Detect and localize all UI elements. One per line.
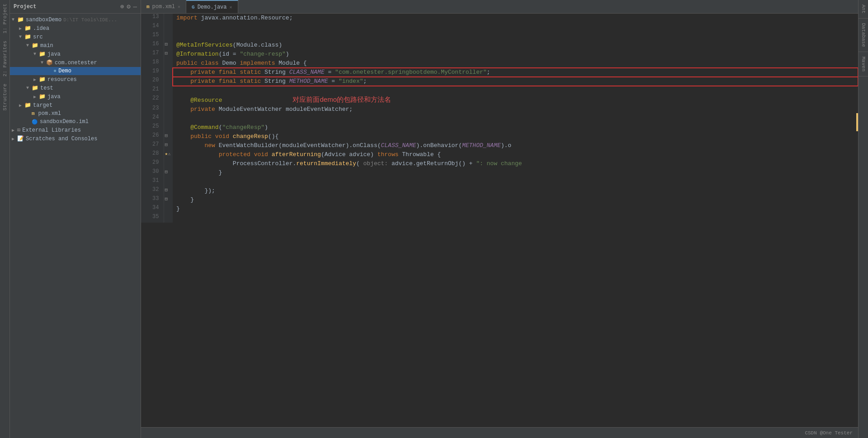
tree-label: External Libraries (22, 127, 81, 133)
database-tab[interactable]: Database (859, 19, 868, 52)
tree-item-test[interactable]: ▼ 📁 test (10, 84, 141, 92)
line-gutter (164, 14, 173, 23)
token-plain: Module { (278, 60, 307, 67)
token-plain: EventWatchBuilder(moduleEventWatcher).on… (219, 142, 381, 149)
tree-item-resources[interactable]: ▶ 📁 resources (10, 75, 141, 84)
line-number: 23 (141, 105, 164, 114)
line-gutter (164, 95, 173, 105)
token-kw: private (190, 106, 218, 113)
token-plain: ).o (501, 142, 511, 149)
fold-icon[interactable]: ⊟ (165, 42, 168, 47)
token-plain (176, 124, 190, 131)
code-line-22: 22 @Resource 对应前面demo的包路径和方法名 (141, 95, 858, 105)
tree-label: pom.xml (38, 110, 61, 117)
line-code: @Information(id = "change-resp") (173, 50, 858, 59)
token-plain: String (264, 69, 289, 76)
tab-label: Demo.java (198, 4, 227, 10)
tree-item-iml[interactable]: 🔵 sandboxDemo.iml (10, 118, 141, 126)
line-number: 32 (141, 186, 164, 195)
token-kw: final (219, 69, 240, 76)
folder-icon: 📁 (24, 102, 31, 109)
fold-icon[interactable]: ⊟ (165, 196, 168, 202)
token-kw: void (254, 151, 272, 158)
tree-item-main[interactable]: ▼ 📁 main (10, 41, 141, 50)
tab-pom[interactable]: m pom.xml ✕ (141, 0, 186, 13)
line-gutter (164, 177, 173, 186)
tree-item-src[interactable]: ▼ 📁 src (10, 33, 141, 41)
line-code: @Resource 对应前面demo的包路径和方法名 (173, 95, 858, 105)
sidebar-header: Project ⊕ ⚙ — (10, 0, 141, 14)
token-ann: @Resource (190, 97, 222, 104)
code-line-13: 13import javax.annotation.Resource; (141, 14, 858, 23)
code-line-19: 19 private final static String CLASS_NAM… (141, 68, 858, 77)
tree-item-pomxml[interactable]: m pom.xml (10, 110, 141, 118)
settings-icon[interactable]: ⚙ (127, 3, 130, 10)
tree-item-external-libs[interactable]: ▶ ⊞ External Libraries (10, 126, 141, 134)
demo-icon: G (192, 5, 195, 10)
tree-label: test (40, 85, 53, 91)
tree-item-demo[interactable]: ▶ ● Demo (10, 67, 141, 75)
tree-item-package[interactable]: ▼ 📦 com.onetester (10, 58, 141, 67)
line-code: private final static String METHOD_NAME … (173, 77, 858, 86)
line-number: 28 (141, 150, 164, 159)
minimize-icon[interactable]: — (133, 3, 137, 10)
structure-tab[interactable]: Structure (2, 80, 8, 114)
line-number: 25 (141, 123, 164, 132)
folder-icon: 📁 (32, 85, 38, 91)
folder-icon: 📁 (24, 25, 31, 32)
line-gutter: ⊟ (164, 141, 173, 150)
xml-icon: m (32, 111, 35, 116)
fold-icon[interactable]: ⊟ (165, 142, 168, 148)
tree-item-java-test[interactable]: ▶ 📁 java (10, 92, 141, 101)
fold-icon[interactable]: ⊟ (165, 187, 168, 193)
code-line-26: 26⊟ public void changeResp(){ (141, 132, 858, 141)
line-number: 29 (141, 159, 164, 168)
line-number: 19 (141, 68, 164, 77)
tree-item-target[interactable]: ▶ 📁 target (10, 101, 141, 110)
line-gutter (164, 68, 173, 77)
token-plain: Throwable { (402, 151, 441, 158)
tab-demo[interactable]: G Demo.java ✕ (186, 0, 238, 13)
tree-item-idea[interactable]: ▶ 📁 .idea (10, 24, 141, 33)
tree-label: java (47, 94, 61, 100)
code-line-31: 31 (141, 177, 858, 186)
tab-label: pom.xml (152, 4, 175, 10)
token-kw: void (215, 133, 233, 140)
folder-icon: 📁 (24, 33, 31, 40)
line-number: 24 (141, 114, 164, 123)
tree-item-sandboxdemo[interactable]: ▼ 📁 sandboxDemo D:\IT Tools\IDE... (10, 15, 141, 24)
token-kw: public (176, 60, 201, 67)
scratches-icon: 📝 (17, 135, 24, 142)
project-tab[interactable]: 1: Project (2, 0, 8, 37)
code-line-20: 20 private final static String METHOD_NA… (141, 77, 858, 86)
tab-close-pom[interactable]: ✕ (178, 4, 180, 10)
token-kw: throws (377, 151, 402, 158)
tree-item-java-main[interactable]: ▼ 📁 java (10, 50, 141, 58)
fold-icon[interactable]: ⊟ (165, 51, 168, 56)
line-number: 13 (141, 14, 164, 23)
code-editor[interactable]: 13import javax.annotation.Resource;14151… (141, 14, 858, 427)
java-file-icon: ● (53, 68, 57, 74)
line-gutter: ⊟ (164, 168, 173, 177)
token-str: "changeResp" (222, 124, 264, 131)
tree-label: sandboxDemo (26, 17, 61, 23)
favorites-tab[interactable]: 2: Favorites (2, 37, 8, 80)
token-kw: protected (219, 151, 254, 158)
ant-tab[interactable]: Ant (859, 0, 868, 19)
tree-label: target (33, 102, 52, 109)
code-line-32: 32⊟ }); (141, 186, 858, 195)
code-line-25: 25 @Command("changeResp") (141, 123, 858, 132)
fold-icon[interactable]: ⊟ (165, 169, 168, 175)
maven-tab[interactable]: Maven (859, 52, 868, 76)
folder-icon: 📁 (32, 42, 38, 49)
token-str: "change-resp" (240, 51, 285, 57)
line-code: public void changeResp(){ (173, 132, 858, 141)
line-gutter: ⊟ (164, 41, 173, 50)
sync-icon[interactable]: ⊕ (120, 3, 124, 10)
code-line-23: 23 private ModuleEventWatcher moduleEven… (141, 105, 858, 114)
token-plain: ; (363, 78, 367, 85)
fold-icon[interactable]: ⊟ (165, 133, 168, 138)
sidebar: Project ⊕ ⚙ — ▼ 📁 sandboxDemo D:\IT Tool… (10, 0, 141, 438)
tab-close-demo[interactable]: ✕ (229, 5, 232, 10)
tree-item-scratches[interactable]: ▶ 📝 Scratches and Consoles (10, 134, 141, 143)
